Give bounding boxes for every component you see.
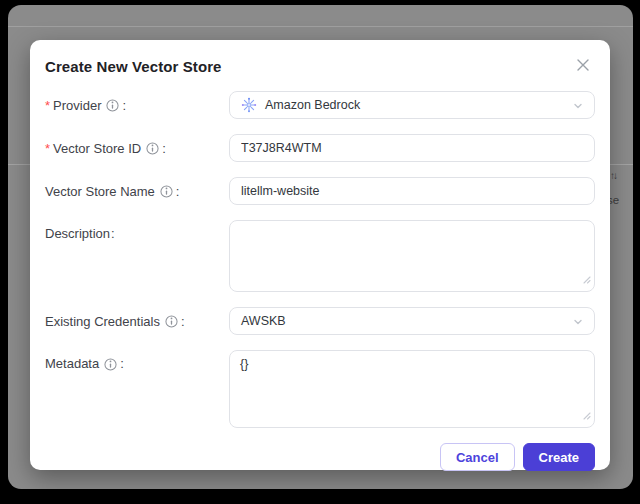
create-button[interactable]: Create [523,443,595,471]
cancel-button[interactable]: Cancel [440,443,515,471]
info-icon[interactable] [160,185,173,198]
bedrock-logo-icon [241,97,257,113]
vector-store-id-label: * Vector Store ID : [45,141,229,156]
form-row-description: Description : [45,220,595,292]
create-vector-store-modal: Create New Vector Store * Provider : [30,40,610,470]
close-icon[interactable] [574,56,592,74]
info-icon[interactable] [104,358,117,371]
screen: ↑↓ se Create New Vector Store * Provider… [0,0,640,504]
info-icon[interactable] [165,315,178,328]
sort-arrows-icon: ↑↓ [610,170,616,181]
required-asterisk: * [45,98,50,113]
chevron-down-icon [572,316,584,331]
modal-title: Create New Vector Store [45,53,595,77]
form-row-vector-store-id: * Vector Store ID : [45,134,595,162]
description-textarea[interactable] [229,220,595,292]
form-row-existing-credentials: Existing Credentials : AWSKB [45,307,595,335]
existing-credentials-select[interactable]: AWSKB [229,307,595,335]
credentials-selected-value: AWSKB [241,314,286,328]
required-asterisk: * [45,141,50,156]
provider-label: * Provider : [45,98,229,113]
form-row-provider: * Provider : [45,91,595,119]
form-row-metadata: Metadata : {} [45,350,595,428]
info-icon[interactable] [106,99,119,112]
vector-store-name-input[interactable] [229,177,595,205]
chevron-down-icon [572,100,584,115]
dimmed-background-page: ↑↓ se Create New Vector Store * Provider… [8,5,633,489]
vector-store-name-label: Vector Store Name : [45,184,229,199]
existing-credentials-label: Existing Credentials : [45,314,229,329]
metadata-textarea[interactable]: {} [229,350,595,428]
provider-select[interactable]: Amazon Bedrock [229,91,595,119]
info-icon[interactable] [146,142,159,155]
description-label: Description : [45,220,229,241]
modal-footer: Cancel Create [45,443,595,471]
form-row-vector-store-name: Vector Store Name : [45,177,595,205]
metadata-label: Metadata : [45,350,229,371]
provider-selected-value: Amazon Bedrock [265,98,360,112]
background-header-divider [8,26,633,27]
vector-store-id-input[interactable] [229,134,595,162]
